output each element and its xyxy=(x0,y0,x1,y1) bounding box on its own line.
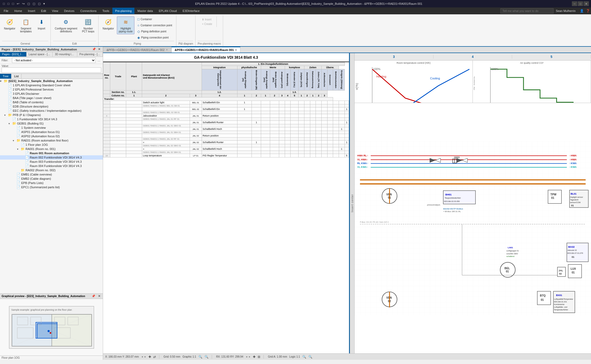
qa-redo[interactable]: ↪ xyxy=(21,2,25,6)
qa-undo[interactable]: ↩ xyxy=(16,2,20,6)
tree-item[interactable]: 📄BAA (Title page / cover sheet) xyxy=(0,96,103,100)
tree-item[interactable]: ▾📁GEB01 (Building 01) xyxy=(0,121,103,126)
status-icon-1[interactable]: ⚬⚬ xyxy=(141,355,146,359)
preview-close-btn[interactable]: ✕ xyxy=(97,294,101,298)
tree-item[interactable]: 📄EPB (Parts Lists) xyxy=(0,181,103,185)
tree-item[interactable]: 📄Raum 001 Room automation xyxy=(0,151,103,155)
tree-item[interactable]: 📄1 EPLAN Engineering Standard Cover shee… xyxy=(0,83,103,87)
ribbon-segment-templates-btn[interactable]: 📋 Segmenttemplates xyxy=(18,16,33,34)
preview-header-btns[interactable]: 📌 ✕ xyxy=(91,294,101,298)
menu-devices[interactable]: Devices xyxy=(61,8,77,14)
ribbon-import-btn[interactable]: ⬇ Import xyxy=(35,16,48,31)
window-controls[interactable]: ─ □ ✕ xyxy=(572,1,589,6)
ribbon-highlight-piping-btn[interactable]: ≋ Highlightpiping route xyxy=(117,16,134,34)
tree-item[interactable]: 📄Raum 003 Funktionsliste VDI 3814 V4.3 xyxy=(0,160,103,164)
tree-toggle[interactable]: ▾ xyxy=(13,139,16,142)
qa-more[interactable]: ▾ xyxy=(42,2,46,6)
pages-pin-btn[interactable]: 📌 xyxy=(91,48,97,51)
search-input[interactable] xyxy=(500,8,554,14)
menu-connections[interactable]: Connections xyxy=(78,8,99,14)
list-tab[interactable]: List xyxy=(11,74,22,79)
tree-item[interactable]: 📁RA002 (Room no. 002) xyxy=(0,168,103,172)
pages-panel-btns[interactable]: 📌 ✕ xyxy=(91,48,101,51)
tree-tab[interactable]: Tree xyxy=(0,74,11,79)
menu-tools[interactable]: Tools xyxy=(100,8,112,14)
doc-tab-raum001[interactable]: &PFB++GEB01==RAE01=RA001/Raum 001 ✕ xyxy=(171,47,241,53)
doc-tab-raum002[interactable]: &PFB++GEB01==RAE01=RA001/Raum 002 ✕ xyxy=(103,47,171,53)
menu-masterdata[interactable]: Master data xyxy=(135,8,156,14)
doc-tab-raum001-close[interactable]: ✕ xyxy=(235,49,237,52)
quick-access-toolbar[interactable]: □ □ □ ↩ ↪ ◻ ◻ ◻ ▾ xyxy=(2,2,46,6)
filter-options-btn[interactable]: … xyxy=(97,59,101,62)
status-icon-2[interactable]: ✚ xyxy=(148,355,151,359)
tree-item[interactable]: 📄EMB2 (Cable diagram) xyxy=(0,177,103,181)
tree-item[interactable]: ▾📁RA001 (Room no. 001) xyxy=(0,147,103,151)
minimize-button[interactable]: ─ xyxy=(572,1,577,6)
tree-item[interactable]: 📄BAB (Table of contents) xyxy=(0,100,103,104)
maximize-button[interactable]: □ xyxy=(578,1,583,6)
status-zoom-r-out[interactable]: 🔍 xyxy=(308,355,312,359)
tree-item[interactable]: 📄Raum 002 Funktionsliste VDI 3814 V4.3 xyxy=(0,155,103,160)
menu-edit[interactable]: Edit xyxy=(39,8,49,14)
tree-item[interactable]: 📄EPC1 (Summarized parts list) xyxy=(0,185,103,189)
status-zoom-in[interactable]: 🔍 xyxy=(198,355,202,359)
tab-3d-mounting[interactable]: 3D mounting layout... xyxy=(53,52,77,57)
tree-item[interactable]: 📄3 EPLAN Disclaimer xyxy=(0,92,103,96)
menu-insert[interactable]: Insert xyxy=(25,8,38,14)
tree-toggle[interactable]: ▾ xyxy=(17,148,21,151)
filter-select[interactable]: - Not activated - xyxy=(12,58,96,63)
status-icon-3[interactable]: ⇄ xyxy=(153,355,156,359)
ribbon-navigator-btn[interactable]: 🧭 Navigator xyxy=(2,16,17,31)
tab-preplanning[interactable]: Pre-planning - [EES]... xyxy=(77,52,103,57)
status-zoom-out[interactable]: 🔍 xyxy=(205,355,209,359)
value-input[interactable] xyxy=(2,67,101,73)
qa-save[interactable]: □ xyxy=(11,2,15,6)
tree-item[interactable]: ▾📁[EES]_Industry_Sample_Building_Automat… xyxy=(0,79,103,83)
ribbon-container-btn[interactable]: □ Container xyxy=(135,16,174,22)
qa-open[interactable]: □ xyxy=(7,2,10,6)
tree-item[interactable]: 📄1 Floor plan 1OG xyxy=(0,143,103,147)
menu-file[interactable]: File xyxy=(1,8,11,14)
tree-item[interactable]: 📄ASP01 (Automation focus 01) xyxy=(0,130,103,134)
ribbon-number-pct-btn[interactable]: 🔢 NumberPCT loops xyxy=(80,16,96,34)
status-icon-r2[interactable]: ✚ xyxy=(253,355,256,359)
tree-item[interactable]: 📄2 EPLAN Professional Services xyxy=(0,87,103,92)
account-icon[interactable]: 👤 xyxy=(580,9,584,13)
pages-close-btn[interactable]: ✕ xyxy=(97,48,101,51)
qa-new[interactable]: □ xyxy=(2,2,6,6)
qa-btn5[interactable]: ◻ xyxy=(27,2,31,6)
tree-item[interactable]: ▾📁PFB (P & I Diagrams) xyxy=(0,113,103,117)
menu-view[interactable]: View xyxy=(49,8,61,14)
tree-toggle[interactable]: ▾ xyxy=(4,114,8,117)
tree-toggle[interactable]: ▾ xyxy=(8,122,12,125)
ribbon-configure-segment-btn[interactable]: ⚙ Configure segmentdefinitions xyxy=(53,16,79,34)
status-icon-r1[interactable]: ⚬⚬ xyxy=(245,355,251,359)
qa-btn7[interactable]: ◻ xyxy=(37,2,41,6)
ribbon-piping-conn-btn[interactable]: ◈ Piping connection point xyxy=(135,35,174,40)
ribbon-container-conn-btn[interactable]: ○ Container connection point xyxy=(135,23,174,28)
menu-e3d[interactable]: E3DInterface xyxy=(180,8,202,14)
status-zoom-r-in[interactable]: 🔍 xyxy=(302,355,306,359)
help-icon[interactable]: ❓ xyxy=(586,9,590,13)
tab-pages-indust[interactable]: Pages - [EES]_Indust... xyxy=(0,52,27,57)
tree-toggle[interactable]: ▾ xyxy=(0,80,4,83)
insert-center-bar[interactable]: Insert center xyxy=(350,53,355,353)
ribbon-piping-def-btn[interactable]: ◇ Piping definition point xyxy=(135,29,174,34)
doc-tab-raum002-close[interactable]: ✕ xyxy=(166,48,168,51)
menu-preplanning[interactable]: Pre-planning xyxy=(112,8,134,14)
tree-item[interactable]: 📄Raum 004 Funktionsliste VDI 3814 V4.3 xyxy=(0,164,103,168)
tree-item[interactable]: 📄1 System overview xyxy=(0,126,103,130)
tree-item[interactable]: ▾📁RAE01 (Room automation first floor) xyxy=(0,138,103,143)
tree-item[interactable]: 📄EMB1 (Cable overview) xyxy=(0,172,103,177)
qa-btn6[interactable]: ◻ xyxy=(32,2,36,6)
menu-eplan-cloud[interactable]: EPLAN Cloud xyxy=(156,8,180,14)
table-scroll-area[interactable]: GA-Funktionsliste VDI 3814 Blatt 4.3 Row… xyxy=(103,53,349,353)
status-icon-r3[interactable]: ⊞ xyxy=(258,355,260,359)
preview-pin-btn[interactable]: 📌 xyxy=(91,294,96,298)
tree-item[interactable]: 📄EEC (Safety instructions / Implementati… xyxy=(0,109,103,113)
menu-home[interactable]: Home xyxy=(12,8,25,14)
tree-item[interactable]: 📄ASP02 (Automation focus 02) xyxy=(0,134,103,138)
tree-item[interactable]: 📄1 Funktionsliste VDI 3814 V4.3 xyxy=(0,117,103,121)
ribbon-piping-navigator-btn[interactable]: 🧭 Navigator xyxy=(101,16,116,31)
tab-layout-space[interactable]: Layout space - [EES]... xyxy=(27,52,53,57)
